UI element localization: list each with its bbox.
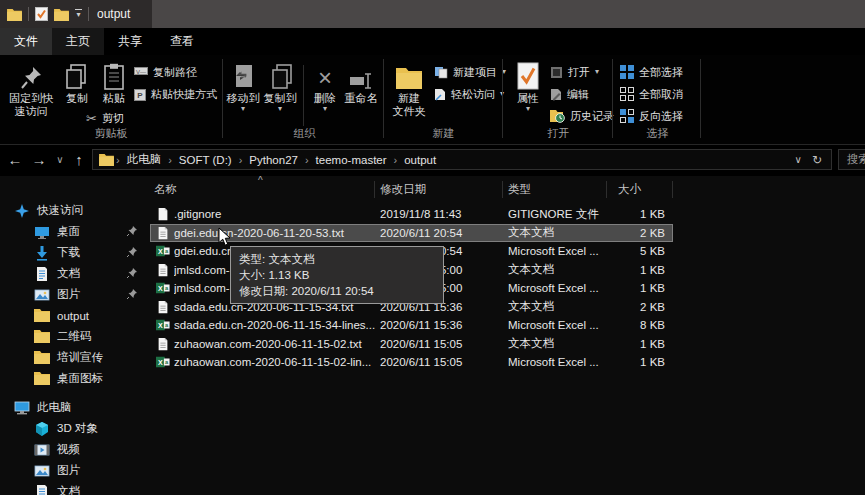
tab-home[interactable]: 主页: [52, 28, 104, 55]
sidebar-item-videos[interactable]: 视频: [0, 439, 148, 460]
column-header-name[interactable]: 名称: [154, 182, 177, 197]
crumb-python27[interactable]: Python27: [242, 154, 305, 166]
svg-text:V—: V—: [136, 69, 146, 75]
navigation-pane: 快速访问 桌面 下载 文档 图片: [0, 176, 148, 495]
picture-icon: [34, 287, 50, 303]
delete-button[interactable]: × 删除 ▾: [306, 57, 344, 113]
forward-button[interactable]: →: [28, 149, 50, 171]
group-label-organize: 组织: [226, 126, 383, 141]
excel-file-icon: Xa: [156, 318, 170, 332]
breadcrumb[interactable]: › 此电脑 › SOFT (D:) › Python27 › teemo-mas…: [92, 149, 832, 170]
tooltip-type: 类型: 文本文档: [239, 251, 435, 267]
sidebar-item-desktop-icons[interactable]: 桌面图标: [0, 368, 148, 389]
properties-button[interactable]: 属性 ▾: [508, 57, 548, 113]
tab-file[interactable]: 文件: [0, 28, 52, 55]
table-row[interactable]: .gitignore 2019/11/8 11:43 GITIGNORE 文件 …: [150, 205, 673, 224]
new-item-button[interactable]: 新建项目 ▾: [434, 63, 506, 81]
ribbon-group-divider: [383, 59, 384, 138]
document-icon: [34, 266, 50, 282]
toolbar-divider: [28, 7, 29, 21]
crumb-output[interactable]: output: [397, 154, 443, 166]
new-folder-button[interactable]: 新建 文件夹: [386, 57, 432, 118]
sidebar-item-this-pc[interactable]: 此电脑: [0, 397, 148, 418]
column-divider[interactable]: [374, 181, 375, 198]
pin-to-quick-access-button[interactable]: 固定到快 速访问: [4, 57, 58, 118]
crumb-this-pc[interactable]: 此电脑: [120, 152, 169, 167]
easy-access-button[interactable]: 轻松访问 ▾: [434, 85, 504, 103]
file-explorer-window: ▾ output 文件 主页 共享 查看 固定到快 速访问 复制 粘贴 V— 复…: [0, 0, 865, 495]
toolbar-dropdown-icon[interactable]: ▾: [75, 9, 82, 19]
column-headers: ^ 名称 修改日期 类型 大小: [148, 176, 865, 203]
folder-icon[interactable]: [7, 8, 22, 21]
tab-view[interactable]: 查看: [156, 28, 208, 55]
copy-path-button[interactable]: V— 复制路径: [134, 63, 197, 81]
paste-shortcut-button[interactable]: P 粘贴快捷方式: [134, 85, 217, 103]
mouse-cursor: [218, 227, 232, 251]
invert-selection-button[interactable]: 反向选择: [620, 107, 683, 125]
move-to-icon: [231, 64, 255, 90]
select-none-button[interactable]: 全部取消: [620, 85, 683, 103]
ribbon-tab-strip: 文件 主页 共享 查看: [0, 28, 865, 55]
delete-x-icon: ×: [318, 66, 332, 90]
crumb-teemo-master[interactable]: teemo-master: [309, 154, 394, 166]
back-button[interactable]: ←: [4, 149, 26, 171]
crumb-drive-d[interactable]: SOFT (D:): [172, 154, 239, 166]
edit-button[interactable]: 编辑: [550, 85, 589, 103]
history-button[interactable]: 历史记录: [550, 107, 614, 125]
download-icon: [34, 245, 50, 261]
sidebar-item-downloads[interactable]: 下载: [0, 242, 148, 263]
column-header-date[interactable]: 修改日期: [380, 182, 426, 197]
sidebar-item-qrcode[interactable]: 二维码: [0, 326, 148, 347]
svg-text:X: X: [158, 285, 163, 292]
column-header-type[interactable]: 类型: [508, 182, 531, 197]
sidebar-item-training[interactable]: 培训宣传: [0, 347, 148, 368]
column-divider[interactable]: [672, 181, 673, 198]
back-icon: ←: [8, 151, 23, 168]
computer-icon: [14, 400, 30, 416]
sidebar-item-pictures-pc[interactable]: 图片: [0, 460, 148, 481]
scissors-icon: ✂: [86, 111, 97, 126]
table-row[interactable]: Xa sdada.edu.cn-2020-06-11-15-34-lines..…: [150, 316, 673, 335]
toolbar-divider: [88, 7, 89, 21]
folder-icon: [34, 329, 50, 345]
sidebar-item-3d-objects[interactable]: 3D 对象: [0, 418, 148, 439]
ribbon: 固定到快 速访问 复制 粘贴 V— 复制路径 P 粘贴快捷方式 ✂ 剪切 剪贴板…: [0, 55, 865, 145]
tooltip-size: 大小: 1.13 KB: [239, 267, 435, 283]
copy-path-icon: V—: [134, 66, 148, 78]
sidebar-item-documents[interactable]: 文档: [0, 263, 148, 284]
recent-locations-button[interactable]: ∨: [53, 149, 67, 171]
new-folder-toolbar-icon[interactable]: [54, 8, 69, 21]
pin-icon: [126, 225, 138, 237]
text-file-icon: [156, 337, 170, 351]
column-divider[interactable]: [606, 181, 607, 198]
properties-check-icon[interactable]: [35, 7, 48, 21]
window-title: output: [97, 7, 130, 21]
search-input[interactable]: 搜索: [838, 149, 865, 170]
sidebar-item-quick-access[interactable]: 快速访问: [0, 200, 148, 221]
select-none-icon: [620, 87, 634, 101]
ribbon-group-divider: [222, 59, 223, 138]
address-dropdown-icon[interactable]: ∨: [790, 154, 807, 165]
open-button[interactable]: 打开 ▾: [550, 63, 599, 81]
sidebar-item-pictures[interactable]: 图片: [0, 284, 148, 305]
sidebar-item-desktop[interactable]: 桌面: [0, 221, 148, 242]
paste-button[interactable]: 粘贴: [96, 57, 132, 105]
select-all-button[interactable]: 全部选择: [620, 63, 683, 81]
sidebar-item-output[interactable]: output: [0, 305, 148, 326]
svg-text:X: X: [158, 248, 163, 255]
up-button[interactable]: ↑: [68, 149, 90, 171]
rename-button[interactable]: 重命名: [340, 57, 382, 105]
tab-share[interactable]: 共享: [104, 28, 156, 55]
column-divider[interactable]: [502, 181, 503, 198]
cut-button[interactable]: ✂ 剪切: [86, 109, 124, 127]
copy-to-button[interactable]: 复制到 ▾: [260, 57, 300, 113]
sidebar-item-documents-pc[interactable]: 文档: [0, 481, 148, 495]
text-file-icon: [156, 300, 170, 314]
refresh-icon[interactable]: ↻: [807, 153, 827, 167]
move-to-button[interactable]: 移动到 ▾: [224, 57, 262, 113]
table-row[interactable]: Xa zuhaowan.com-2020-06-11-15-02-lin... …: [150, 353, 673, 372]
table-row[interactable]: zuhaowan.com-2020-06-11-15-02.txt 2020/6…: [150, 335, 673, 354]
copy-button[interactable]: 复制: [60, 57, 94, 105]
column-header-size[interactable]: 大小: [618, 182, 641, 197]
text-file-icon: [156, 226, 170, 240]
